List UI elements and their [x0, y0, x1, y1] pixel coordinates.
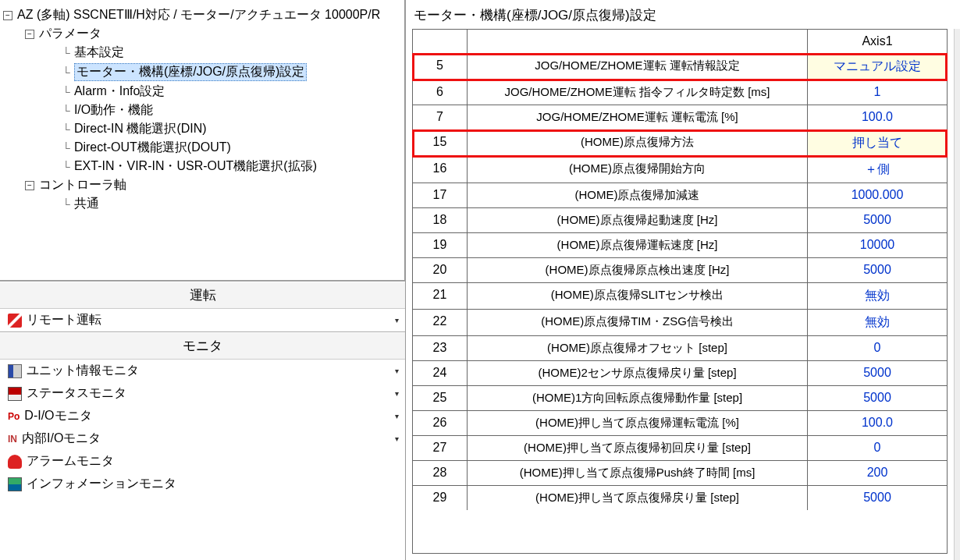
- vertical-scrollbar[interactable]: [954, 29, 960, 560]
- unit-info-monitor-item[interactable]: ユニット情報モニタ ▾: [0, 360, 405, 382]
- table-row[interactable]: 15(HOME)原点復帰方法押し当て: [413, 130, 947, 157]
- row-value[interactable]: 100.0: [808, 411, 947, 435]
- tree-group-param[interactable]: − パラメータ: [3, 26, 401, 42]
- row-name: (HOME)原点復帰運転速度 [Hz]: [468, 233, 808, 257]
- table-row[interactable]: 26(HOME)押し当て原点復帰運転電流 [%]100.0: [413, 411, 947, 436]
- table-row[interactable]: 24(HOME)2センサ原点復帰戻り量 [step]5000: [413, 361, 947, 386]
- row-value[interactable]: 5000: [808, 361, 947, 385]
- table-header-row: Axis1: [413, 30, 947, 54]
- row-num: 7: [413, 105, 468, 129]
- dio-monitor-item[interactable]: PoD-I/Oモニタ ▾: [0, 405, 405, 427]
- table-row[interactable]: 5JOG/HOME/ZHOME運転 運転情報設定マニュアル設定: [413, 54, 947, 80]
- row-num: 17: [413, 183, 468, 207]
- row-value[interactable]: 0: [808, 336, 947, 360]
- chevron-down-icon[interactable]: ▾: [395, 434, 399, 443]
- unit-icon: [8, 364, 22, 378]
- collapse-icon[interactable]: −: [25, 181, 34, 190]
- row-name: (HOME)原点復帰原点検出速度 [Hz]: [468, 258, 808, 282]
- chevron-down-icon[interactable]: ▾: [395, 316, 399, 324]
- table-row[interactable]: 19(HOME)原点復帰運転速度 [Hz]10000: [413, 233, 947, 258]
- table-row[interactable]: 7JOG/HOME/ZHOME運転 運転電流 [%]100.0: [413, 105, 947, 130]
- table-row[interactable]: 29(HOME)押し当て原点復帰戻り量 [step]5000: [413, 486, 947, 510]
- row-num: 28: [413, 461, 468, 485]
- row-name: (HOME)原点復帰開始方向: [468, 157, 808, 183]
- tree-item-io-func[interactable]: └I/O動作・機能: [3, 102, 401, 119]
- info-icon: [8, 477, 22, 491]
- operation-panel: 運転 リモート運転 ▾: [0, 281, 405, 331]
- tree-item-din[interactable]: └Direct-IN 機能選択(DIN): [3, 121, 401, 137]
- row-value[interactable]: 10000: [808, 233, 947, 257]
- table-row[interactable]: 23(HOME)原点復帰オフセット [step]0: [413, 336, 947, 361]
- header-name: [468, 30, 808, 53]
- monitor-panel: モニタ ユニット情報モニタ ▾ ステータスモニタ ▾ PoD-I/Oモニタ ▾ …: [0, 331, 405, 495]
- row-num: 21: [413, 283, 468, 309]
- table-row[interactable]: 25(HOME)1方向回転原点復帰動作量 [step]5000: [413, 386, 947, 411]
- chevron-down-icon[interactable]: ▾: [395, 389, 399, 398]
- row-value[interactable]: 5000: [808, 486, 947, 510]
- table-row[interactable]: 18(HOME)原点復帰起動速度 [Hz]5000: [413, 208, 947, 233]
- table-row[interactable]: 20(HOME)原点復帰原点検出速度 [Hz]5000: [413, 258, 947, 283]
- table-row[interactable]: 6JOG/HOME/ZHOME運転 指令フィルタ時定数 [ms]1: [413, 80, 947, 105]
- row-value[interactable]: 5000: [808, 208, 947, 232]
- row-value[interactable]: 0: [808, 436, 947, 460]
- table-row[interactable]: 28(HOME)押し当て原点復帰Push終了時間 [ms]200: [413, 461, 947, 486]
- row-value[interactable]: 100.0: [808, 105, 947, 129]
- row-value[interactable]: 5000: [808, 386, 947, 410]
- row-num: 5: [413, 54, 468, 80]
- row-name: (HOME)押し当て原点復帰戻り量 [step]: [468, 486, 808, 510]
- info-monitor-item[interactable]: インフォメーションモニタ: [0, 473, 405, 495]
- row-num: 27: [413, 436, 468, 460]
- row-name: (HOME)原点復帰加減速: [468, 183, 808, 207]
- table-row[interactable]: 22(HOME)原点復帰TIM・ZSG信号検出無効: [413, 310, 947, 336]
- dio-icon: Po: [8, 411, 20, 422]
- row-value[interactable]: ＋側: [808, 157, 947, 183]
- row-value[interactable]: マニュアル設定: [808, 54, 947, 80]
- row-num: 20: [413, 258, 468, 282]
- tree-item-basic[interactable]: └基本設定: [3, 44, 401, 61]
- row-value[interactable]: 1: [808, 80, 947, 105]
- table-row[interactable]: 21(HOME)原点復帰SLITセンサ検出無効: [413, 283, 947, 310]
- table-row[interactable]: 17(HOME)原点復帰加減速1000.000: [413, 183, 947, 208]
- row-name: JOG/HOME/ZHOME運転 運転情報設定: [468, 54, 808, 80]
- row-value[interactable]: 無効: [808, 310, 947, 335]
- row-name: JOG/HOME/ZHOME運転 指令フィルタ時定数 [ms]: [468, 80, 808, 105]
- row-name: (HOME)原点復帰オフセット [step]: [468, 336, 808, 360]
- alarm-monitor-item[interactable]: アラームモニタ: [0, 450, 405, 473]
- internal-io-monitor-item[interactable]: IN内部I/Oモニタ ▾: [0, 427, 405, 450]
- row-num: 23: [413, 336, 468, 360]
- header-num: [413, 30, 468, 53]
- row-value[interactable]: 5000: [808, 258, 947, 282]
- row-name: (HOME)原点復帰SLITセンサ検出: [468, 283, 808, 309]
- collapse-icon[interactable]: −: [25, 30, 34, 39]
- tree-item-motor-mech[interactable]: └モーター・機構(座標/JOG/原点復帰)設定: [3, 63, 401, 81]
- row-name: (HOME)押し当て原点復帰Push終了時間 [ms]: [468, 461, 808, 485]
- table-row[interactable]: 27(HOME)押し当て原点復帰初回戻り量 [step]0: [413, 436, 947, 461]
- tree-item-ext[interactable]: └EXT-IN・VIR-IN・USR-OUT機能選択(拡張): [3, 158, 401, 175]
- row-name: (HOME)原点復帰起動速度 [Hz]: [468, 208, 808, 232]
- header-axis: Axis1: [808, 30, 947, 53]
- row-num: 26: [413, 411, 468, 435]
- row-num: 15: [413, 130, 468, 156]
- row-name: (HOME)2センサ原点復帰戻り量 [step]: [468, 361, 808, 385]
- row-value[interactable]: 無効: [808, 283, 947, 309]
- chevron-down-icon[interactable]: ▾: [395, 367, 399, 375]
- chevron-down-icon[interactable]: ▾: [395, 412, 399, 420]
- monitor-title: モニタ: [0, 332, 405, 360]
- collapse-icon[interactable]: −: [3, 11, 12, 20]
- tree-item-alarm-info[interactable]: └Alarm・Info設定: [3, 83, 401, 100]
- tree-root[interactable]: − AZ (多軸) SSCNETⅢ/H対応 / モーター/アクチュエータ 100…: [3, 7, 401, 23]
- remote-operation-item[interactable]: リモート運転 ▾: [0, 309, 405, 331]
- remote-icon: [8, 314, 22, 328]
- row-value[interactable]: 1000.000: [808, 183, 947, 207]
- status-monitor-item[interactable]: ステータスモニタ ▾: [0, 382, 405, 405]
- tree-root-label: AZ (多軸) SSCNETⅢ/H対応 / モーター/アクチュエータ 10000…: [17, 7, 380, 23]
- io-icon: IN: [8, 434, 17, 445]
- tree-group-controller[interactable]: − コントローラ軸: [3, 177, 401, 193]
- tree-item-common[interactable]: └共通: [3, 196, 401, 212]
- row-value[interactable]: 200: [808, 461, 947, 485]
- row-value[interactable]: 押し当て: [808, 130, 947, 156]
- table-row[interactable]: 16(HOME)原点復帰開始方向＋側: [413, 157, 947, 183]
- row-name: JOG/HOME/ZHOME運転 運転電流 [%]: [468, 105, 808, 129]
- tree-item-dout[interactable]: └Direct-OUT機能選択(DOUT): [3, 140, 401, 156]
- alarm-icon: [8, 455, 22, 469]
